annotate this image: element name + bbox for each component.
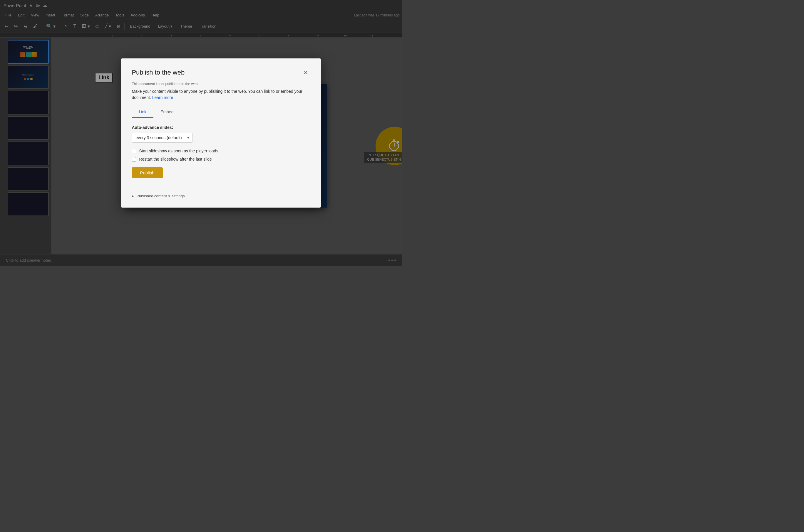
published-content-section[interactable]: ▶ Published content & settings [132, 194, 310, 198]
auto-advance-select[interactable]: every 3 seconds (default) every 1 second… [132, 133, 193, 143]
checkbox-restart-slideshow[interactable] [132, 157, 136, 162]
auto-advance-select-wrapper: every 3 seconds (default) every 1 second… [132, 133, 193, 143]
checkbox-row-2: Restart the slideshow after the last sli… [132, 157, 310, 162]
modal-subtitle: This document is not published to the we… [132, 82, 310, 86]
modal-close-button[interactable]: ✕ [301, 68, 310, 77]
checkbox-start-slideshow[interactable] [132, 149, 136, 153]
auto-advance-label: Auto-advance slides: [132, 125, 310, 130]
chevron-right-icon: ▶ [132, 194, 134, 197]
modal-divider [132, 189, 310, 189]
tab-embed[interactable]: Embed [153, 107, 180, 118]
modal-header: Publish to the web ✕ [132, 68, 310, 77]
learn-more-link[interactable]: Learn more [152, 95, 173, 100]
published-section-label: Published content & settings [136, 194, 185, 198]
modal-title: Publish to the web [132, 69, 185, 76]
tab-link[interactable]: Link [132, 107, 153, 118]
publish-button[interactable]: Publish [132, 167, 163, 178]
modal-tabs: Link Embed [132, 107, 310, 118]
checkbox-row-1: Start slideshow as soon as the player lo… [132, 149, 310, 153]
checkbox-restart-slideshow-label: Restart the slideshow after the last sli… [139, 157, 212, 162]
publish-modal: Publish to the web ✕ This document is no… [121, 58, 321, 208]
modal-description: Make your content visible to anyone by p… [132, 88, 310, 101]
checkbox-start-slideshow-label: Start slideshow as soon as the player lo… [139, 149, 218, 153]
